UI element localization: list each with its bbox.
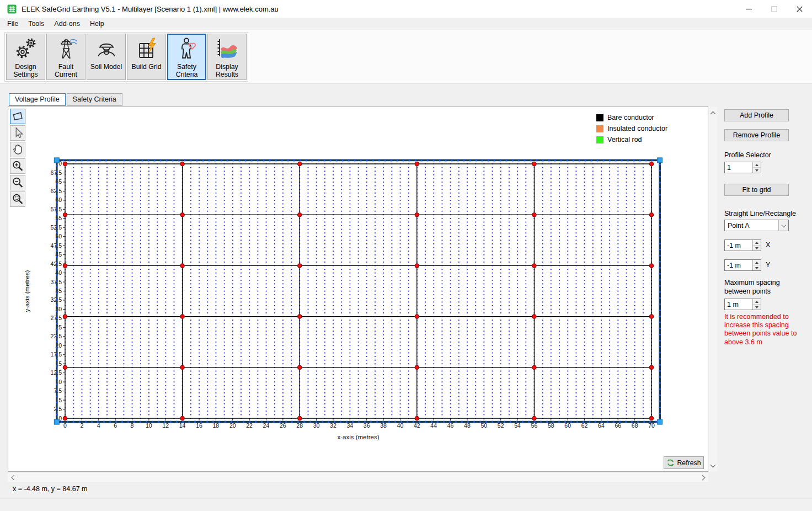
toolbar-button-design-settings[interactable]: Design Settings: [6, 34, 45, 80]
app-logo-icon: [7, 4, 17, 14]
x-tick-label: 48: [464, 422, 471, 429]
scroll-right-button[interactable]: [698, 473, 706, 481]
point-y-input[interactable]: [725, 260, 752, 270]
x-tick-label: 36: [364, 422, 370, 429]
y-tick-label: 60: [55, 196, 62, 203]
zoom-extents-tool[interactable]: [10, 191, 25, 207]
close-button[interactable]: [787, 0, 812, 18]
conductor-intersection-marker: [63, 315, 67, 318]
x-tick-label: 2: [80, 422, 83, 429]
point-x-spinner: [724, 239, 761, 251]
tab-voltage-profile[interactable]: Voltage Profile: [9, 93, 66, 106]
spin-up-icon: [755, 164, 758, 166]
polygon-profile-tool[interactable]: [10, 109, 25, 124]
dropdown-button[interactable]: [778, 220, 788, 231]
menu-add-ons[interactable]: Add-ons: [49, 18, 85, 29]
selection-handle[interactable]: [54, 419, 59, 424]
add-profile-button[interactable]: Add Profile: [724, 109, 789, 121]
profile-selector-input[interactable]: [725, 162, 752, 173]
menu-help[interactable]: Help: [85, 18, 109, 29]
toolbar-button-display-results[interactable]: Display Results: [207, 34, 247, 80]
refresh-button[interactable]: Refresh: [664, 456, 704, 469]
window-title: ELEK SafeGrid Earthing V5.1 - Multilayer…: [22, 5, 279, 13]
x-tick-label: 16: [196, 422, 202, 429]
scroll-down-button[interactable]: [709, 461, 717, 469]
zoom-out-tool[interactable]: [10, 175, 25, 190]
y-tick-label: 0: [58, 415, 62, 422]
menu-file[interactable]: File: [2, 18, 23, 29]
conductor-intersection-marker: [180, 365, 184, 369]
point-x-spin-up[interactable]: [753, 240, 761, 245]
chevron-left-icon: [11, 475, 17, 480]
y-tick-label: 42.5: [51, 260, 62, 267]
max-spacing-spin-down[interactable]: [753, 304, 761, 310]
legend-item-vertical-rod: Vertical rod: [596, 134, 667, 145]
max-spacing-spin-up[interactable]: [753, 299, 761, 304]
tab-safety-criteria[interactable]: Safety Criteria: [67, 93, 122, 106]
point-x-input[interactable]: [725, 240, 752, 251]
y-tick-label: 5: [58, 397, 62, 403]
point-select-dropdown[interactable]: Point A: [724, 220, 789, 231]
remove-profile-button[interactable]: Remove Profile: [724, 129, 789, 141]
minimize-button[interactable]: [736, 0, 761, 18]
toolbar-button-fault-current[interactable]: Fault Current: [46, 34, 86, 80]
y-tick-label: 45: [55, 251, 62, 258]
x-tick-label: 66: [615, 422, 621, 429]
vertical-scrollbar[interactable]: [709, 107, 717, 472]
toolbar-button-soil-model[interactable]: Soil Model: [87, 34, 126, 80]
conductor-intersection-marker: [180, 416, 184, 420]
transmission-tower-icon: [54, 36, 78, 61]
x-tick-label: 46: [447, 422, 454, 429]
profile-selector-spin-up[interactable]: [753, 162, 761, 167]
conductor-intersection-marker: [532, 365, 536, 369]
selection-handle[interactable]: [658, 158, 663, 163]
plot-panel[interactable]: 0246810121416182022242628303234363840424…: [8, 107, 708, 472]
menu-bar: FileToolsAdd-onsHelp: [0, 18, 812, 30]
x-tick-label: 10: [146, 422, 152, 429]
y-tick-label: 25: [55, 324, 62, 331]
x-tick-label: 28: [296, 422, 303, 429]
conductor-intersection-marker: [415, 365, 419, 369]
max-spacing-input[interactable]: [725, 299, 752, 310]
y-tick-label: 52.5: [51, 224, 62, 231]
x-tick-label: 58: [548, 422, 554, 429]
y-tick-label: 22.5: [51, 333, 62, 339]
point-select-value: Point A: [725, 222, 778, 230]
x-tick-label: 62: [581, 422, 588, 429]
x-tick-label: 50: [480, 422, 487, 429]
zoom-in-tool[interactable]: [10, 158, 25, 174]
point-y-spin-down[interactable]: [753, 265, 761, 270]
fit-to-grid-button[interactable]: Fit to grid: [724, 184, 789, 196]
point-y-spin-up[interactable]: [753, 260, 761, 265]
menu-tools[interactable]: Tools: [23, 18, 49, 29]
selection-handle[interactable]: [54, 158, 59, 163]
y-tick-label: 15: [55, 360, 62, 367]
conductor-intersection-marker: [63, 416, 67, 420]
x-tick-label: 70: [648, 422, 655, 429]
y-tick-label: 70: [55, 160, 62, 167]
tab-bar: Voltage ProfileSafety Criteria: [9, 93, 122, 106]
y-tick-label: 47.5: [51, 242, 62, 249]
horizontal-scrollbar[interactable]: [8, 473, 708, 482]
select-tool[interactable]: [10, 125, 25, 141]
scroll-left-button[interactable]: [10, 473, 18, 481]
profile-selector-spin-down[interactable]: [753, 167, 761, 173]
spin-up-icon: [755, 301, 758, 303]
scroll-up-button[interactable]: [709, 110, 717, 118]
maximize-button[interactable]: [761, 0, 787, 18]
profile-selector-spinner: [724, 162, 761, 173]
conductor-intersection-marker: [63, 162, 67, 166]
x-tick-label: 60: [564, 422, 571, 429]
conductor-intersection-marker: [298, 315, 302, 318]
toolbar-button-build-grid[interactable]: Build Grid: [127, 34, 166, 80]
chevron-up-icon: [710, 111, 715, 116]
x-tick-label: 32: [330, 422, 336, 429]
x-tick-label: 42: [414, 422, 420, 429]
conductor-intersection-marker: [415, 315, 419, 318]
conductor-intersection-marker: [532, 315, 536, 318]
selection-handle[interactable]: [658, 419, 663, 424]
conductor-intersection-marker: [649, 365, 653, 369]
toolbar-button-safety-criteria[interactable]: Safety Criteria: [167, 34, 206, 80]
point-x-spin-down[interactable]: [753, 245, 761, 251]
pan-tool[interactable]: [10, 142, 25, 157]
